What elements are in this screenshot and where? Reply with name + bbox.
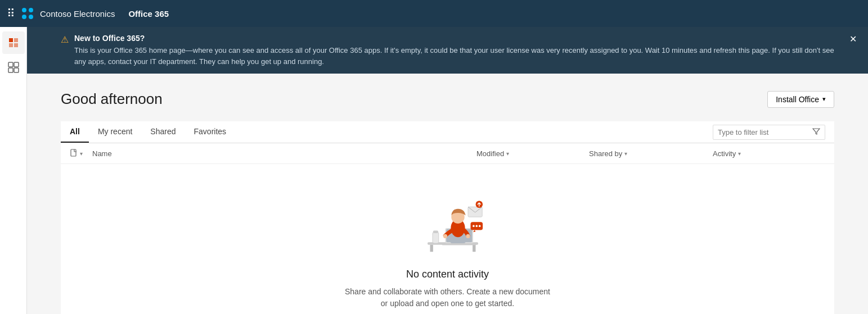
svg-point-23 (466, 234, 470, 238)
svg-point-22 (443, 234, 447, 238)
svg-rect-9 (14, 62, 19, 67)
tab-shared[interactable]: Shared (141, 121, 185, 143)
sidebar-item-home[interactable] (2, 31, 25, 54)
svg-rect-4 (9, 38, 13, 42)
filter-icon (812, 128, 820, 137)
svg-rect-7 (14, 43, 18, 47)
banner-body: This is your Office 365 home page—where … (74, 45, 834, 67)
svg-rect-6 (9, 43, 13, 47)
modified-sort-icon: ▾ (506, 151, 509, 157)
svg-point-2 (22, 15, 26, 19)
svg-rect-12 (71, 149, 76, 156)
svg-rect-14 (430, 245, 433, 252)
sidebar-item-apps[interactable] (2, 56, 25, 79)
file-icon (70, 149, 78, 158)
activity-sort-icon: ▾ (738, 151, 741, 157)
empty-state-title: No content activity (406, 269, 489, 280)
tabs: All My recent Shared Favorites (61, 121, 235, 143)
empty-state: No content activity Share and collaborat… (61, 164, 834, 314)
notification-banner: ⚠ New to Office 365? This is your Office… (27, 27, 868, 74)
page-layout: ⚠ New to Office 365? This is your Office… (0, 27, 868, 314)
col-shared-by-label: Shared by (589, 149, 622, 158)
banner-text: New to Office 365? This is your Office 3… (74, 34, 834, 67)
col-activity-label: Activity (713, 149, 736, 158)
empty-state-subtitle: Share and collaborate with others. Creat… (341, 286, 555, 310)
col-activity-header[interactable]: Activity ▾ (713, 149, 825, 158)
svg-point-27 (473, 225, 475, 227)
company-logo-icon (21, 7, 34, 20)
app-name: Office 365 (128, 9, 169, 19)
svg-point-1 (29, 8, 33, 12)
tab-my-recent[interactable]: My recent (89, 121, 141, 143)
svg-rect-18 (442, 243, 476, 245)
topnav: ⠿ Contoso Electronics Office 365 (0, 0, 868, 27)
filter-input-wrap (713, 125, 825, 140)
svg-point-28 (475, 225, 478, 227)
empty-state-illustration (397, 186, 498, 260)
shared-by-sort-icon: ▾ (624, 151, 627, 157)
banner-title: New to Office 365? (74, 34, 834, 43)
col-check: ▾ (70, 149, 92, 158)
svg-rect-15 (473, 245, 475, 252)
sidebar (0, 27, 27, 314)
install-office-label: Install Office (776, 95, 819, 104)
warning-icon: ⚠ (61, 34, 69, 45)
col-name-header: Name (92, 149, 476, 158)
svg-rect-5 (14, 38, 18, 42)
filter-input[interactable] (718, 128, 809, 136)
main-content: ⚠ New to Office 365? This is your Office… (27, 27, 868, 314)
svg-point-29 (478, 225, 480, 227)
greeting-heading: Good afternoon (61, 90, 163, 108)
col-shared-by-header[interactable]: Shared by ▾ (589, 149, 713, 158)
tab-favorites[interactable]: Favorites (185, 121, 236, 143)
content-area: Good afternoon Install Office ▾ All My r… (27, 74, 868, 314)
apps-icon (8, 62, 19, 73)
banner-close-button[interactable]: ✕ (849, 34, 857, 44)
svg-rect-30 (433, 232, 439, 243)
col-check-chevron: ▾ (80, 151, 83, 157)
svg-point-0 (22, 8, 26, 12)
tabs-row: All My recent Shared Favorites (61, 121, 834, 143)
svg-rect-11 (14, 68, 19, 72)
home-icon (7, 37, 20, 49)
col-modified-label: Modified (476, 149, 504, 158)
table-header: ▾ Name Modified ▾ Shared by ▾ Activity ▾ (61, 143, 834, 164)
col-modified-header[interactable]: Modified ▾ (476, 149, 589, 158)
chevron-down-icon: ▾ (822, 95, 826, 103)
svg-rect-8 (8, 62, 13, 67)
company-name: Contoso Electronics (40, 9, 115, 19)
svg-rect-31 (433, 231, 438, 234)
tab-all[interactable]: All (61, 121, 89, 143)
svg-rect-10 (8, 68, 13, 72)
file-table-wrap: All My recent Shared Favorites (61, 121, 834, 314)
grid-icon[interactable]: ⠿ (7, 7, 15, 20)
svg-point-3 (29, 15, 33, 19)
content-header: Good afternoon Install Office ▾ (61, 90, 834, 108)
install-office-button[interactable]: Install Office ▾ (767, 91, 834, 108)
